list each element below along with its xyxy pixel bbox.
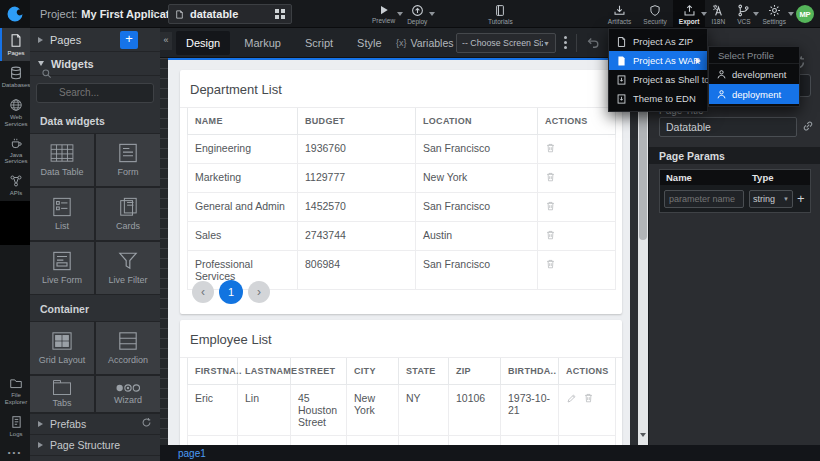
widget-search-input[interactable] (36, 83, 154, 103)
add-page-button[interactable]: + (120, 31, 138, 49)
refresh-icon[interactable] (141, 417, 152, 428)
page-title-input[interactable] (659, 117, 797, 137)
settings-button[interactable]: Settings (757, 0, 793, 28)
i18n-button[interactable]: I18N (705, 0, 731, 28)
trash-icon[interactable] (545, 200, 556, 212)
profile-option-development[interactable]: development (709, 64, 799, 84)
edit-icon[interactable] (566, 393, 577, 404)
profile-option-deployment[interactable]: deployment (709, 84, 799, 104)
trash-icon[interactable] (583, 392, 594, 404)
rail-item-java-services[interactable]: Java Services (0, 132, 30, 170)
column-header-budget[interactable]: BUDGET (298, 108, 416, 135)
canvas-scrollbar[interactable] (638, 58, 648, 445)
rail-item-web-services[interactable]: Web Services (0, 93, 30, 132)
pagination-prev-button[interactable]: ‹ (192, 281, 214, 303)
widget-tile-form[interactable]: Form (96, 134, 160, 186)
app-logo[interactable] (0, 0, 30, 28)
column-header-firstna-[interactable]: FIRSTNA.. (188, 358, 238, 385)
statusbar-page-tab[interactable]: page1 (178, 448, 206, 459)
deploy-button[interactable]: Deploy (401, 0, 433, 28)
link-icon[interactable] (802, 120, 814, 132)
menu-item-theme-to-edn[interactable]: Theme to EDN (609, 89, 707, 108)
palette-sections: Data widgetsData TableFormListCardsLive … (30, 107, 160, 413)
rail-item-databases[interactable]: Databases (0, 61, 30, 93)
widget-tile-list[interactable]: List (30, 188, 94, 240)
design-canvas[interactable]: Department List NAMEBUDGETLOCATIONACTION… (168, 58, 630, 445)
column-header-actions[interactable]: ACTIONS (559, 358, 616, 385)
artifacts-button[interactable]: Artifacts (602, 0, 637, 28)
pagination-page-1-button[interactable]: 1 (219, 280, 243, 304)
trash-icon[interactable] (545, 142, 556, 154)
widget-tile-cards[interactable]: Cards (96, 188, 160, 240)
variables-dropdown[interactable]: {x} Variables (396, 28, 464, 58)
trash-icon[interactable] (545, 171, 556, 183)
collapse-panel-button[interactable]: « (160, 32, 172, 50)
page-selector[interactable]: datatable (168, 4, 292, 24)
department-table[interactable]: NAMEBUDGETLOCATIONACTIONSEngineering1936… (187, 108, 616, 290)
tab-style[interactable]: Style (347, 31, 391, 55)
trash-icon[interactable] (545, 258, 556, 270)
column-header-city[interactable]: CITY (347, 358, 399, 385)
table-row[interactable]: BradTucker25 Liberty PlBostonMA021271991… (188, 436, 616, 446)
pages-panel-header[interactable]: Pages + (30, 28, 160, 52)
rail-item-pages[interactable]: Pages (0, 28, 30, 61)
tab-script[interactable]: Script (295, 31, 343, 55)
table-row[interactable]: EricLin45 Houston StreetNew YorkNY101061… (188, 385, 616, 436)
rail-item-logs[interactable]: Logs (0, 410, 30, 442)
widget-tile-accordion[interactable]: Accordion (96, 322, 160, 374)
column-header-state[interactable]: STATE (399, 358, 449, 385)
column-header-street[interactable]: STREET (291, 358, 347, 385)
tutorials-button[interactable]: Tutorials (482, 0, 519, 28)
menu-item-project-as-zip[interactable]: Project As ZIP (609, 32, 707, 51)
security-button[interactable]: Security (637, 0, 672, 28)
widget-tile-wizard[interactable]: Wizard (96, 376, 160, 412)
settings-label: Settings (763, 18, 787, 25)
table-row[interactable]: Sales2743744Austin (188, 222, 616, 251)
param-name-input[interactable] (664, 190, 744, 208)
select-profile-header: Select Profile (709, 47, 799, 64)
column-header-birthda-[interactable]: BIRTHDA.. (501, 358, 559, 385)
tab-design[interactable]: Design (176, 31, 230, 55)
undo-icon[interactable] (586, 35, 600, 49)
widget-tile-grid-layout[interactable]: Grid Layout (30, 322, 94, 374)
column-header-lastname[interactable]: LASTNAME (238, 358, 291, 385)
more-options-button[interactable] (564, 36, 568, 51)
row-actions (538, 135, 616, 164)
logs-icon (10, 415, 23, 429)
employee-table[interactable]: FIRSTNA..LASTNAMESTREETCITYSTATEZIPBIRTH… (187, 358, 616, 445)
widget-tile-tabs[interactable]: Tabs (30, 376, 94, 412)
column-header-location[interactable]: LOCATION (416, 108, 538, 135)
tab-markup[interactable]: Markup (234, 31, 291, 55)
scrollbar-down-arrow[interactable] (640, 433, 646, 437)
department-list-widget[interactable]: Department List NAMEBUDGETLOCATIONACTION… (180, 70, 622, 314)
project-breadcrumb[interactable]: Project: My First Application (40, 0, 186, 28)
export-button[interactable]: Export (673, 0, 706, 28)
menu-item-project-as-war[interactable]: Project As WAR (609, 51, 707, 70)
table-row[interactable]: Engineering1936760San Francisco (188, 135, 616, 164)
rail-overflow-button[interactable]: ••• (0, 442, 30, 461)
panel-prefabs[interactable]: Prefabs (30, 413, 160, 434)
widget-tile-live-filter[interactable]: Live Filter (96, 242, 160, 294)
widget-tile-data-table[interactable]: Data Table (30, 134, 94, 186)
panel-variables[interactable]: Variables (30, 455, 160, 461)
add-param-button[interactable]: + (797, 191, 805, 206)
employee-list-widget[interactable]: Employee List FIRSTNA..LASTNAMESTREETCIT… (180, 320, 622, 445)
avatar[interactable]: MP (796, 5, 814, 23)
rail-item-file-explorer[interactable]: File Explorer (0, 372, 30, 410)
param-type-select[interactable]: string ▼ (749, 190, 793, 208)
panel-page-structure[interactable]: Page Structure (30, 434, 160, 455)
menu-item-project-as-shell-to-edn[interactable]: Project as Shell to EDN (609, 70, 707, 89)
rail-item-apis[interactable]: APIs (0, 169, 30, 201)
widget-tile-live-form[interactable]: Live Form (30, 242, 94, 294)
screen-size-select[interactable]: -- Choose Screen Size -- ▼ (456, 33, 556, 53)
table-row[interactable]: General and Admin1452570San Francisco (188, 193, 616, 222)
column-header-actions[interactable]: ACTIONS (538, 108, 616, 135)
preview-button[interactable]: Preview (366, 0, 401, 28)
column-header-name[interactable]: NAME (188, 108, 298, 135)
vcs-button[interactable]: VCS (731, 0, 756, 28)
pagination-next-button[interactable]: › (248, 281, 270, 303)
topbar-tutorials: Tutorials (482, 0, 519, 28)
column-header-zip[interactable]: ZIP (449, 358, 501, 385)
table-row[interactable]: Marketing1129777New York (188, 164, 616, 193)
trash-icon[interactable] (545, 229, 556, 241)
